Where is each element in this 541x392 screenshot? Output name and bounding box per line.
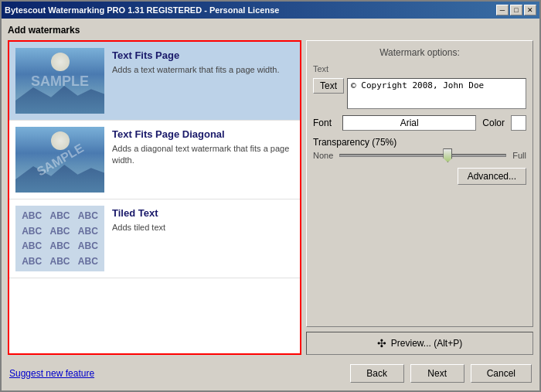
text-input-row: Text © Copyright 2008, John Doe (313, 78, 526, 109)
cancel-button[interactable]: Cancel (471, 364, 532, 383)
minimize-button[interactable]: ─ (496, 5, 509, 15)
watermark-list: SAMPLE Text Fits Page Adds a text waterm… (8, 40, 301, 355)
options-box: Watermark options: Text Text © Copyright… (306, 40, 533, 327)
abc-cell: ABC (46, 224, 73, 238)
slider-max-label: Full (512, 151, 526, 160)
abc-cell: ABC (75, 240, 101, 254)
abc-cell: ABC (75, 224, 101, 238)
maximize-button[interactable]: □ (510, 5, 522, 15)
item-title: Tiled Text (112, 207, 294, 219)
preview-icon: ✣ (377, 337, 386, 349)
abc-cell: ABC (46, 254, 73, 268)
list-item[interactable]: SAMPLE Text Fits Page Adds a text waterm… (9, 42, 300, 121)
list-item[interactable]: SAMPLE Text Fits Page Diagonal Adds a di… (9, 121, 300, 199)
item-description: Adds a text watermark that fits a page w… (112, 64, 294, 76)
window-controls: ─ □ ✕ (496, 5, 536, 15)
item-description: Adds a diagonal text watermark that fits… (112, 143, 294, 167)
abc-grid: ABC ABC ABC ABC ABC ABC ABC ABC ABC ABC (15, 206, 104, 271)
main-area: SAMPLE Text Fits Page Adds a text waterm… (8, 40, 533, 355)
list-container[interactable]: SAMPLE Text Fits Page Adds a text waterm… (9, 42, 300, 353)
section-title: Add watermarks (8, 25, 533, 36)
close-button[interactable]: ✕ (524, 5, 536, 15)
preview-bar[interactable]: ✣ Preview... (Alt+P) (306, 332, 533, 355)
abc-cell: ABC (19, 209, 45, 223)
slider-thumb[interactable] (443, 148, 452, 162)
item-info-1: Text Fits Page Adds a text watermark tha… (112, 48, 294, 76)
font-row: Font Color (313, 115, 526, 131)
text-button[interactable]: Text (313, 78, 344, 94)
item-thumbnail-3: ABC ABC ABC ABC ABC ABC ABC ABC ABC ABC (15, 206, 104, 271)
options-title: Watermark options: (313, 47, 526, 58)
transparency-slider[interactable] (339, 154, 506, 157)
window-content: Add watermarks SAMPLE Text Fits Page (2, 19, 539, 390)
slider-row: None Full (313, 151, 526, 160)
close-icon: ✕ (527, 6, 533, 14)
back-button[interactable]: Back (350, 364, 404, 383)
text-section-label: Text (313, 64, 526, 73)
slider-min-label: None (313, 151, 333, 160)
bottom-bar: Suggest new feature Back Next Cancel (8, 360, 533, 384)
item-description: Adds tiled text (112, 222, 294, 233)
sample-watermark-text: SAMPLE (31, 73, 89, 89)
item-info-3: Tiled Text Adds tiled text (112, 206, 294, 233)
abc-cell: ABC (46, 209, 73, 223)
abc-cell: ABC (19, 254, 45, 268)
item-title: Text Fits Page (112, 49, 294, 61)
abc-cell: ABC (19, 240, 45, 254)
next-button[interactable]: Next (410, 364, 464, 383)
abc-cell: ABC (46, 240, 73, 254)
main-window: Bytescout Watermarking PRO 1.31 REGISTER… (0, 0, 541, 392)
item-thumbnail-2: SAMPLE (15, 127, 104, 193)
abc-cell: ABC (19, 224, 45, 238)
window-title: Bytescout Watermarking PRO 1.31 REGISTER… (5, 5, 279, 15)
bottom-buttons: Back Next Cancel (350, 364, 532, 383)
moon-decoration (51, 131, 70, 150)
text-input[interactable]: © Copyright 2008, John Doe (347, 78, 526, 109)
color-label: Color (482, 118, 505, 128)
minimize-icon: ─ (500, 6, 505, 14)
color-swatch[interactable] (511, 115, 526, 131)
list-item[interactable]: ABC ABC ABC ABC ABC ABC ABC ABC ABC ABC (9, 199, 300, 278)
item-thumbnail-1: SAMPLE (15, 48, 104, 114)
maximize-icon: □ (514, 6, 518, 14)
title-bar: Bytescout Watermarking PRO 1.31 REGISTER… (2, 2, 539, 19)
suggest-feature-link[interactable]: Suggest new feature (9, 368, 94, 379)
font-input[interactable] (342, 115, 476, 131)
abc-cell: ABC (75, 209, 101, 223)
font-label: Font (313, 118, 336, 128)
abc-cell: ABC (75, 254, 101, 268)
advanced-button[interactable]: Advanced... (458, 168, 526, 185)
item-title: Text Fits Page Diagonal (112, 128, 294, 140)
moon-decoration (51, 53, 70, 71)
transparency-label: Transparency (75%) (313, 137, 526, 148)
preview-text: Preview... (Alt+P) (391, 338, 462, 349)
right-panel: Watermark options: Text Text © Copyright… (306, 40, 533, 355)
item-info-2: Text Fits Page Diagonal Adds a diagonal … (112, 127, 294, 167)
